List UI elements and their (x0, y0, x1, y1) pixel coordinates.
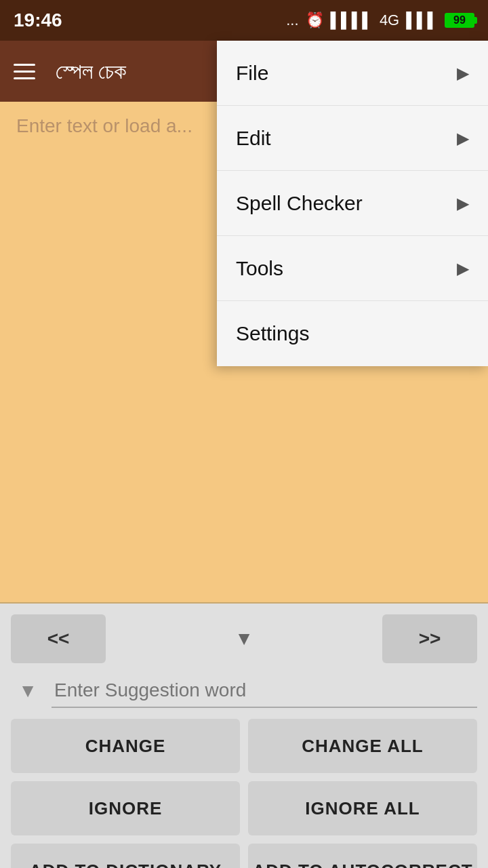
menu-item-spell-checker[interactable]: Spell Checker ▶ (217, 171, 488, 236)
menu-item-edit-label: Edit (236, 127, 271, 150)
menu-overlay[interactable]: File ▶ Edit ▶ Spell Checker ▶ Tools ▶ Se… (0, 0, 488, 868)
menu-item-settings[interactable]: Settings (217, 301, 488, 366)
menu-item-spell-checker-label: Spell Checker (236, 192, 363, 215)
menu-item-settings-label: Settings (236, 322, 309, 345)
dropdown-menu: File ▶ Edit ▶ Spell Checker ▶ Tools ▶ Se… (217, 41, 488, 366)
menu-item-edit-chevron: ▶ (457, 129, 469, 148)
menu-item-spell-checker-chevron: ▶ (457, 194, 469, 213)
menu-item-file-label: File (236, 62, 268, 85)
menu-item-tools[interactable]: Tools ▶ (217, 236, 488, 301)
menu-item-file[interactable]: File ▶ (217, 41, 488, 106)
menu-item-file-chevron: ▶ (457, 64, 469, 83)
menu-item-tools-chevron: ▶ (457, 259, 469, 278)
menu-item-edit[interactable]: Edit ▶ (217, 106, 488, 171)
menu-item-tools-label: Tools (236, 257, 283, 280)
